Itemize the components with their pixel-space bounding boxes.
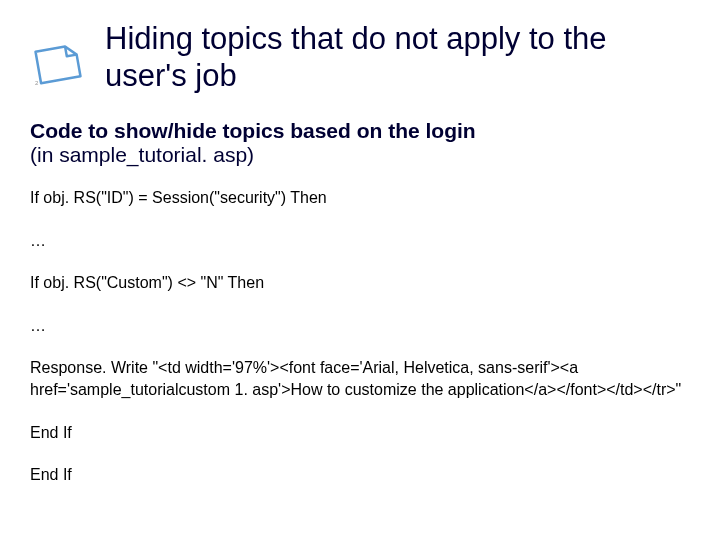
- code-line-5: Response. Write "<td width='97%'><font f…: [30, 357, 690, 402]
- page-number: 2: [35, 80, 38, 86]
- code-line-6: End If: [30, 422, 690, 444]
- document-icon: [30, 40, 85, 85]
- code-line-1: If obj. RS("ID") = Session("security") T…: [30, 187, 690, 209]
- title-container: Hiding topics that do not apply to the u…: [105, 20, 690, 94]
- code-line-3: If obj. RS("Custom") <> "N" Then: [30, 272, 690, 294]
- code-line-2: …: [30, 230, 690, 252]
- code-line-7: End If: [30, 464, 690, 486]
- subtitle-normal: (in sample_tutorial. asp): [30, 143, 254, 166]
- subtitle: Code to show/hide topics based on the lo…: [30, 119, 690, 167]
- slide-icon-container: 2: [30, 20, 105, 89]
- code-line-4: …: [30, 315, 690, 337]
- slide-title: Hiding topics that do not apply to the u…: [105, 20, 690, 94]
- slide-header: 2 Hiding topics that do not apply to the…: [30, 20, 690, 94]
- subtitle-bold: Code to show/hide topics based on the lo…: [30, 119, 476, 142]
